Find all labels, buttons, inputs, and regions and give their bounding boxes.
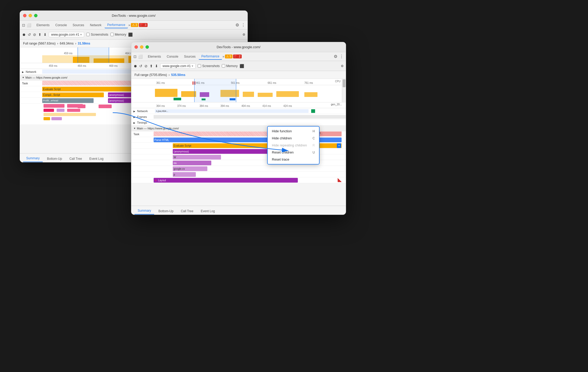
fg-tab-performance[interactable]: Performance <box>199 53 222 60</box>
fg-w-block[interactable]: W <box>173 155 221 160</box>
fg-range-highlighted: 535.50ms <box>171 73 185 77</box>
tab-elements[interactable]: Elements <box>34 22 52 28</box>
fg-clear-icon[interactable]: ⊘ <box>144 64 148 68</box>
fg-p-content: p <box>154 172 346 177</box>
fg-p-row: p <box>131 172 346 177</box>
bg-close-button[interactable] <box>23 14 26 17</box>
fg-screenshots-checkbox[interactable] <box>198 64 201 68</box>
fg-tab-calltree[interactable]: Call Tree <box>178 208 197 215</box>
fg-memory-checkbox[interactable] <box>222 64 225 68</box>
bg-tab-bottomup[interactable]: Bottom-Up <box>44 155 65 162</box>
bg-more-icon[interactable]: ⋮ <box>241 23 245 28</box>
menu-reset-trace[interactable]: Reset trace <box>268 156 319 163</box>
fg-upload-icon[interactable]: ⬆ <box>150 64 153 68</box>
fg-ea-block[interactable]: ea <box>173 161 211 165</box>
bg-screenshots-checkbox[interactable] <box>86 33 90 36</box>
fg-sub-364: 364 ms <box>156 105 165 107</box>
fg-googlecv-row: google.cv <box>131 166 346 172</box>
bg-record-icon[interactable]: ⏺ <box>22 32 26 37</box>
bg-range-label: Full range (5667.63ms) <box>23 42 56 45</box>
bg-range-selected: 649.34ms <box>60 42 74 45</box>
fg-ruler-761: 761 ms <box>304 81 313 84</box>
fg-close-button[interactable] <box>134 45 138 49</box>
fg-network-content: n,jsa,mb4... <box>154 108 346 114</box>
fg-memory-label[interactable]: Memory <box>222 64 238 68</box>
fg-timings-label: ▶ Timings <box>131 121 154 124</box>
fg-layout-red-corner <box>338 178 342 182</box>
bg-device-icon[interactable]: ⬜ <box>27 23 31 27</box>
fg-dropdown-button[interactable]: ▾ <box>337 143 341 148</box>
bg-url-field[interactable]: www.google.com #1 ▾ <box>49 32 84 37</box>
bg-screenshots-label[interactable]: Screenshots <box>86 33 108 36</box>
bg-range-arrow2: › <box>75 42 76 45</box>
bg-url-dropdown-icon[interactable]: ▾ <box>80 33 82 36</box>
fg-layout-block[interactable]: ▼ Layout <box>154 178 298 183</box>
fg-device-icon[interactable]: ⬜ <box>138 54 143 59</box>
bg-upload-icon[interactable]: ⬆ <box>38 32 41 37</box>
bg-inspector-icon[interactable]: ⊡ <box>22 23 25 27</box>
bg-clear-icon[interactable]: ⊘ <box>33 32 36 37</box>
fg-selection-overlay <box>194 79 236 102</box>
fg-maximize-button[interactable] <box>145 45 149 49</box>
bg-download-icon[interactable]: ⬇ <box>44 32 47 37</box>
fg-record-icon[interactable]: ⏺ <box>133 64 137 68</box>
tab-performance[interactable]: Performance <box>105 22 128 28</box>
fg-minimize-button[interactable] <box>140 45 143 49</box>
fg-vscroll-thumb[interactable] <box>343 79 346 87</box>
menu-hide-children[interactable]: Hide children C <box>268 135 319 142</box>
fg-inspector-icon[interactable]: ⊡ <box>133 54 137 59</box>
bg-perf-settings-icon[interactable]: ⚙ <box>242 33 245 36</box>
fg-title-bar: DevTools - www.google.com/ <box>131 42 346 52</box>
fg-reload-icon[interactable]: ↺ <box>139 64 142 68</box>
context-menu: Hide function H Hide children C Hide rep… <box>267 126 320 165</box>
bg-minimize-button[interactable] <box>29 14 32 17</box>
bg-tab-eventlog[interactable]: Event Log <box>86 155 107 162</box>
fg-tab-bottomup[interactable]: Bottom-Up <box>155 208 176 215</box>
bg-maximize-button[interactable] <box>34 14 37 17</box>
fg-tab-console[interactable]: Console <box>164 54 181 59</box>
tab-console[interactable]: Console <box>53 22 69 28</box>
fg-more-tabs-icon[interactable]: » <box>223 54 224 58</box>
fg-url-dropdown-icon[interactable]: ▾ <box>192 64 193 68</box>
bg-sub-ruler-3: 469 ms <box>109 64 118 67</box>
bg-memory-checkbox[interactable] <box>110 33 114 36</box>
fg-p-block[interactable]: p <box>173 172 196 177</box>
bg-sub-ruler-1: 459 ms <box>49 64 57 67</box>
fg-screenshots-label[interactable]: Screenshots <box>198 64 220 68</box>
fg-timings-content <box>154 120 346 125</box>
fg-settings-icon[interactable]: ⚙ <box>334 54 337 59</box>
bg-cpu-icon[interactable]: ⬛ <box>128 32 133 37</box>
bg-tab-calltree[interactable]: Call Tree <box>66 155 85 162</box>
tab-sources[interactable]: Sources <box>70 22 87 28</box>
fg-vscroll[interactable] <box>342 79 346 102</box>
fg-tab-sources[interactable]: Sources <box>181 54 198 59</box>
bg-tab-summary[interactable]: Summary <box>23 155 43 162</box>
bg-profil-block[interactable]: Profili...erhead <box>42 98 94 103</box>
fg-cpu-icon[interactable]: ⬛ <box>240 64 244 68</box>
fg-more-icon[interactable]: ⋮ <box>339 54 344 59</box>
fg-sub-384: 384 ms <box>199 105 208 107</box>
menu-hide-function[interactable]: Hide function H <box>268 128 319 135</box>
bg-toolbar: ⏺ ↺ ⊘ ⬆ ⬇ www.google.com #1 ▾ Screenshot… <box>20 30 247 40</box>
fg-tab-summary[interactable]: Summary <box>134 207 154 215</box>
fg-sub-424: 424 ms <box>283 105 292 107</box>
fg-tab-eventlog[interactable]: Event Log <box>198 208 218 215</box>
tab-network[interactable]: Network <box>87 22 104 28</box>
bg-reload-icon[interactable]: ↺ <box>28 32 31 37</box>
bg-tab-bar: ⊡ ⬜ Elements Console Sources Network Per… <box>20 21 247 30</box>
bg-memory-label[interactable]: Memory <box>110 33 126 36</box>
fg-layout-content: ▼ Layout <box>154 177 346 183</box>
bg-more-tabs-icon[interactable]: » <box>128 23 130 27</box>
fg-download-icon[interactable]: ⬇ <box>155 64 158 68</box>
bg-compile-block[interactable]: Compil...Script <box>42 92 104 97</box>
fg-url-field[interactable]: www.google.com #1 ▾ <box>160 63 196 69</box>
menu-reset-children[interactable]: Reset children U <box>268 149 319 156</box>
bg-network-label: ▶ Network <box>20 70 42 73</box>
fg-mini-timeline: 361 ms ▐▐ 461 ms 561 ms 661 ms 761 ms CP… <box>131 79 346 102</box>
fg-window-title: DevTools - www.google.com/ <box>217 45 261 49</box>
fg-tab-elements[interactable]: Elements <box>145 54 164 59</box>
bg-settings-icon[interactable]: ⚙ <box>235 23 239 28</box>
fg-perf-settings-icon[interactable]: ⚙ <box>341 64 344 68</box>
fg-sub-414: 414 ms <box>262 105 271 107</box>
fg-googlecv-block[interactable]: google.cv <box>173 166 207 171</box>
